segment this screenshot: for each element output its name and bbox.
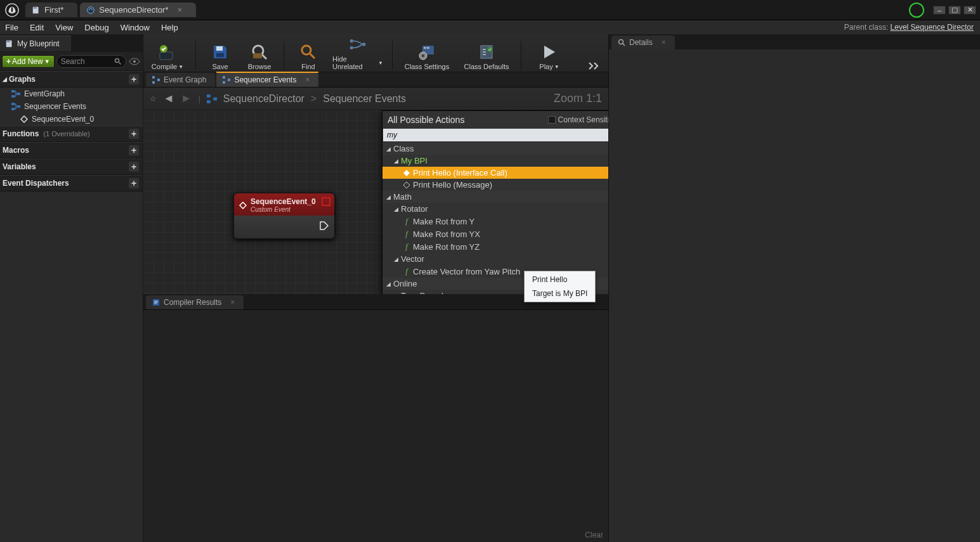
section-header-functions[interactable]: Functions(1 Overridable) + xyxy=(0,126,143,142)
section-header-dispatchers[interactable]: Event Dispatchers + xyxy=(0,175,143,191)
add-macro-button[interactable]: + xyxy=(129,145,139,155)
function-icon: f xyxy=(403,266,410,276)
titlebar: First* SequenceDirector* × – ▢ ✕ xyxy=(0,0,980,20)
category-class[interactable]: ◢Class xyxy=(382,143,608,155)
svg-rect-28 xyxy=(424,47,426,49)
toolbar-overflow-button[interactable] xyxy=(585,61,603,70)
clear-results-button[interactable]: Clear xyxy=(585,531,603,539)
nav-forward-button[interactable]: ► xyxy=(181,92,192,105)
panel-tab-details[interactable]: Details × xyxy=(611,35,675,49)
svg-rect-29 xyxy=(427,47,429,49)
action-make-rot-yx[interactable]: fMake Rot from YX xyxy=(382,228,608,240)
find-button[interactable]: Find xyxy=(293,42,323,70)
menu-view[interactable]: View xyxy=(55,23,73,32)
breadcrumb-leaf[interactable]: Sequencer Events xyxy=(323,93,406,105)
context-sensitive-toggle[interactable]: Context Sensitive ▶ xyxy=(548,115,608,124)
add-function-button[interactable]: + xyxy=(129,129,139,139)
graph-icon xyxy=(11,103,20,110)
menu-edit[interactable]: Edit xyxy=(30,23,44,32)
menu-file[interactable]: File xyxy=(5,23,18,32)
svg-point-25 xyxy=(350,46,353,49)
menu-help[interactable]: Help xyxy=(161,23,178,32)
exec-output-pin[interactable] xyxy=(319,221,329,231)
section-header-graphs[interactable]: ◢Graphs + xyxy=(0,71,143,87)
parent-class-link[interactable]: Level Sequence Director xyxy=(891,23,974,32)
play-icon xyxy=(541,44,558,60)
category-rotator[interactable]: ◢Rotator xyxy=(382,203,608,215)
node-title: SequenceEvent_0 xyxy=(251,197,316,206)
node-sequence-event-0[interactable]: SequenceEvent_0 Custom Event xyxy=(233,193,335,239)
action-print-hello-interface[interactable]: Print Hello (Interface Call) xyxy=(382,167,608,179)
view-options-icon[interactable] xyxy=(129,58,140,65)
class-settings-button[interactable]: Class Settings xyxy=(402,42,452,70)
svg-point-33 xyxy=(487,47,492,52)
node-delegate-pin[interactable] xyxy=(322,197,330,206)
class-defaults-button[interactable]: Class Defaults xyxy=(461,42,512,70)
svg-rect-42 xyxy=(213,97,217,100)
category-my-bpi[interactable]: ◢My BPI xyxy=(382,155,608,167)
play-button[interactable]: Play ▼ xyxy=(530,42,568,70)
hide-unrelated-icon xyxy=(348,37,367,52)
section-header-macros[interactable]: Macros + xyxy=(0,142,143,158)
favorite-button[interactable]: ☆ xyxy=(150,94,157,103)
minimize-button[interactable]: – xyxy=(933,6,946,15)
maximize-button[interactable]: ▢ xyxy=(948,6,961,15)
tutorial-hat-icon[interactable] xyxy=(909,3,924,18)
svg-rect-12 xyxy=(11,103,15,105)
tab-close-icon[interactable]: × xyxy=(305,75,310,84)
graph-item-sequencer-events[interactable]: Sequencer Events xyxy=(0,100,143,113)
my-blueprint-search[interactable]: Search xyxy=(56,55,126,68)
context-menu-title: All Possible Actions xyxy=(388,115,464,125)
category-vector[interactable]: ◢Vector xyxy=(382,253,608,265)
category-math[interactable]: ◢Math xyxy=(382,191,608,203)
svg-point-44 xyxy=(619,40,624,44)
svg-rect-36 xyxy=(157,79,160,81)
svg-rect-2 xyxy=(34,7,37,8)
action-make-rot-y[interactable]: fMake Rot from Y xyxy=(382,215,608,228)
find-icon xyxy=(299,43,317,61)
panel-tab-compiler-results[interactable]: Compiler Results × xyxy=(146,295,244,309)
hide-unrelated-button[interactable]: Hide Unrelated ▼ xyxy=(332,35,383,70)
panel-tab-my-blueprint[interactable]: My Blueprint xyxy=(0,35,71,51)
add-dispatcher-button[interactable]: + xyxy=(129,178,139,188)
action-print-hello-message[interactable]: Print Hello (Message) xyxy=(382,179,608,191)
tab-close-icon[interactable]: × xyxy=(662,38,666,47)
graph-item-eventgraph[interactable]: EventGraph xyxy=(0,87,143,100)
compiler-results-body: Clear xyxy=(143,309,608,542)
menu-debug[interactable]: Debug xyxy=(84,23,108,32)
tab-close-icon[interactable]: × xyxy=(230,298,235,307)
svg-point-6 xyxy=(115,58,119,62)
close-window-button[interactable]: ✕ xyxy=(964,6,976,15)
context-search-field[interactable]: ✕ xyxy=(383,129,608,141)
event-diamond-icon xyxy=(20,115,28,123)
chevron-double-right-icon xyxy=(588,61,601,70)
parent-class-indicator: Parent class: Level Sequence Director xyxy=(844,23,974,32)
breadcrumb-root[interactable]: SequenceDirector xyxy=(223,93,304,105)
add-new-button[interactable]: +Add New▼ xyxy=(3,56,54,67)
graph-canvas[interactable]: SequenceEvent_0 Custom Event All Possibl… xyxy=(143,110,608,294)
nav-back-button[interactable]: ◄ xyxy=(163,92,174,105)
graph-item-sequence-event-0[interactable]: SequenceEvent_0 xyxy=(0,113,143,126)
toolbar: Compile ▼ Save Browse Find Hide Unrelate… xyxy=(143,34,608,72)
action-make-rot-yz[interactable]: fMake Rot from YZ xyxy=(382,240,608,253)
graph-tab-sequencer-events[interactable]: Sequencer Events × xyxy=(216,73,318,87)
blueprint-book-icon xyxy=(32,6,41,15)
browse-button[interactable]: Browse xyxy=(244,42,275,70)
title-tab-first[interactable]: First* xyxy=(25,3,77,17)
graph-tab-event-graph[interactable]: Event Graph xyxy=(146,73,215,87)
save-button[interactable]: Save xyxy=(205,42,235,70)
checkbox-icon[interactable] xyxy=(548,116,556,124)
my-blueprint-panel: My Blueprint +Add New▼ Search ◢Graphs + … xyxy=(0,34,143,542)
tab-close-icon[interactable]: × xyxy=(177,5,182,15)
add-variable-button[interactable]: + xyxy=(129,162,139,172)
tooltip-title: Print Hello xyxy=(525,273,595,287)
section-header-variables[interactable]: Variables + xyxy=(0,158,143,175)
add-graph-button[interactable]: + xyxy=(129,74,139,84)
title-tab-sequence-director[interactable]: SequenceDirector* × xyxy=(80,3,196,17)
svg-rect-11 xyxy=(17,93,20,95)
compile-button[interactable]: Compile ▼ xyxy=(148,42,186,70)
menu-window[interactable]: Window xyxy=(121,23,150,32)
tooltip-subtitle: Target is My BPI xyxy=(525,287,595,300)
svg-rect-34 xyxy=(152,76,155,79)
context-search-input[interactable] xyxy=(383,131,608,139)
